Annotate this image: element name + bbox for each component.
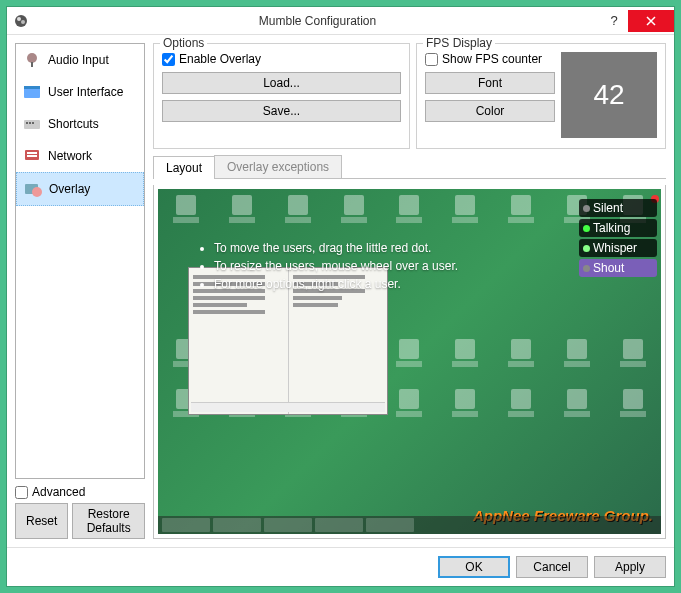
fps-legend: FPS Display xyxy=(423,36,495,50)
svg-rect-8 xyxy=(26,122,28,124)
tab-layout[interactable]: Layout xyxy=(153,156,215,179)
svg-rect-7 xyxy=(24,120,40,129)
sidebar-item-network[interactable]: Network xyxy=(16,140,144,172)
preview-taskbar xyxy=(158,516,661,534)
sidebar-item-label: Overlay xyxy=(49,182,90,196)
instruction-line: To resize the users, mouse wheel over a … xyxy=(214,257,458,275)
sidebar-item-overlay[interactable]: Overlay xyxy=(16,172,144,206)
instructions: To move the users, drag the little red d… xyxy=(198,239,458,293)
help-button[interactable]: ? xyxy=(600,10,628,32)
fps-preview: 42 xyxy=(561,52,657,138)
show-fps-input[interactable] xyxy=(425,53,438,66)
layout-panel: To move the users, drag the little red d… xyxy=(153,185,666,539)
tabs: Layout Overlay exceptions xyxy=(153,155,666,179)
fps-group: FPS Display Show FPS counter Font Color … xyxy=(416,43,666,149)
keyboard-icon xyxy=(22,114,42,134)
show-fps-checkbox[interactable]: Show FPS counter xyxy=(425,52,555,66)
close-button[interactable] xyxy=(628,10,674,32)
sidebar-item-label: Network xyxy=(48,149,92,163)
network-icon xyxy=(22,146,42,166)
svg-point-1 xyxy=(17,17,21,21)
overlay-preview[interactable]: To move the users, drag the little red d… xyxy=(158,189,661,534)
svg-rect-13 xyxy=(27,155,37,157)
window-title: Mumble Configuration xyxy=(35,14,600,28)
svg-point-2 xyxy=(21,20,25,24)
ui-icon xyxy=(22,82,42,102)
enable-overlay-label: Enable Overlay xyxy=(179,52,261,66)
svg-rect-9 xyxy=(29,122,31,124)
apply-button[interactable]: Apply xyxy=(594,556,666,578)
mic-icon xyxy=(22,50,42,70)
font-button[interactable]: Font xyxy=(425,72,555,94)
sidebar-item-audio-input[interactable]: Audio Input xyxy=(16,44,144,76)
show-fps-label: Show FPS counter xyxy=(442,52,542,66)
svg-point-3 xyxy=(27,53,37,63)
overlay-user-item[interactable]: Talking xyxy=(579,219,657,237)
svg-rect-10 xyxy=(32,122,34,124)
svg-point-15 xyxy=(32,187,42,197)
overlay-user-item[interactable]: Whisper xyxy=(579,239,657,257)
restore-defaults-button[interactable]: Restore Defaults xyxy=(72,503,145,539)
footer: OK Cancel Apply xyxy=(7,547,674,586)
svg-rect-12 xyxy=(27,152,37,154)
overlay-icon xyxy=(23,179,43,199)
sidebar-item-shortcuts[interactable]: Shortcuts xyxy=(16,108,144,140)
config-window: Mumble Configuration ? Audio Input User … xyxy=(6,6,675,587)
svg-rect-4 xyxy=(31,62,33,67)
overlay-user-item[interactable]: Silent xyxy=(579,199,657,217)
app-icon xyxy=(13,13,29,29)
options-legend: Options xyxy=(160,36,207,50)
sidebar-item-label: Shortcuts xyxy=(48,117,99,131)
instruction-line: To move the users, drag the little red d… xyxy=(214,239,458,257)
save-button[interactable]: Save... xyxy=(162,100,401,122)
titlebar: Mumble Configuration ? xyxy=(7,7,674,35)
advanced-checkbox[interactable]: Advanced xyxy=(15,485,145,499)
sidebar-item-label: User Interface xyxy=(48,85,123,99)
tab-exceptions[interactable]: Overlay exceptions xyxy=(214,155,342,178)
enable-overlay-checkbox[interactable]: Enable Overlay xyxy=(162,52,401,66)
sidebar: Audio Input User Interface Shortcuts Net… xyxy=(15,43,145,539)
enable-overlay-input[interactable] xyxy=(162,53,175,66)
cancel-button[interactable]: Cancel xyxy=(516,556,588,578)
reset-button[interactable]: Reset xyxy=(15,503,68,539)
main-panel: Options Enable Overlay Load... Save... F… xyxy=(153,43,666,539)
overlay-users-list[interactable]: Silent Talking Whisper Shout xyxy=(579,199,657,279)
overlay-user-item[interactable]: Shout xyxy=(579,259,657,277)
instruction-line: For more options, right click a user. xyxy=(214,275,458,293)
advanced-label: Advanced xyxy=(32,485,85,499)
color-button[interactable]: Color xyxy=(425,100,555,122)
options-group: Options Enable Overlay Load... Save... xyxy=(153,43,410,149)
load-button[interactable]: Load... xyxy=(162,72,401,94)
svg-rect-6 xyxy=(24,86,40,89)
category-list: Audio Input User Interface Shortcuts Net… xyxy=(15,43,145,479)
advanced-checkbox-input[interactable] xyxy=(15,486,28,499)
sidebar-item-label: Audio Input xyxy=(48,53,109,67)
sidebar-item-user-interface[interactable]: User Interface xyxy=(16,76,144,108)
ok-button[interactable]: OK xyxy=(438,556,510,578)
svg-point-0 xyxy=(15,15,27,27)
